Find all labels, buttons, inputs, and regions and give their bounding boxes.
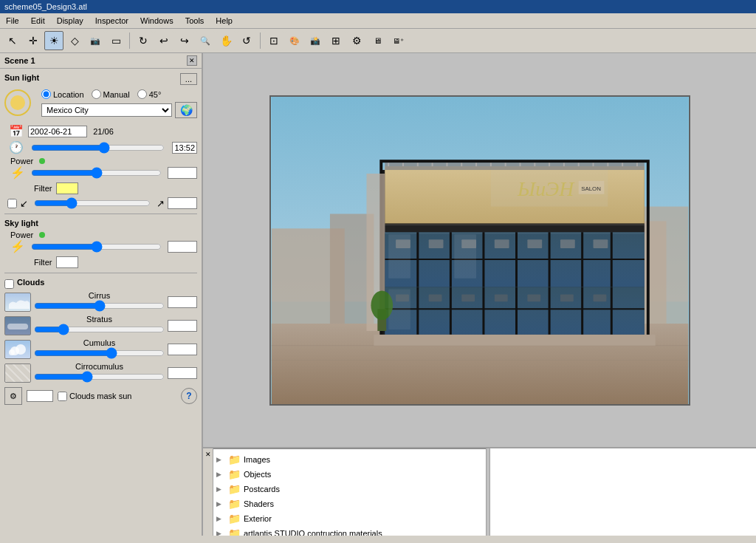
section-divider-2 — [4, 273, 197, 273]
svg-rect-76 — [388, 234, 410, 278]
cirrocumulus-value[interactable]: 40 — [168, 367, 197, 379]
rotation-slider[interactable] — [34, 197, 151, 209]
building-render-svg: ЫиЭН — [271, 97, 689, 404]
menu-tools[interactable]: Tools — [179, 15, 210, 27]
object-tool-btn[interactable]: ◇ — [65, 31, 84, 50]
svg-rect-52 — [593, 239, 608, 248]
frame-btn[interactable]: ⊡ — [264, 31, 284, 50]
tree-item-artlantis-studio[interactable]: ▶ 📁 artlantis STUDIO contruction materia… — [216, 526, 483, 536]
section-divider-1 — [4, 214, 197, 214]
cirrus-slider[interactable] — [34, 300, 165, 312]
menu-inspector[interactable]: Inspector — [89, 15, 134, 27]
snapshot-btn[interactable]: 📸 — [306, 31, 325, 50]
radio-45[interactable]: 45° — [137, 89, 162, 99]
menu-windows[interactable]: Windows — [134, 15, 179, 27]
cirrocumulus-slider[interactable] — [34, 371, 165, 383]
cumulus-slider[interactable] — [34, 347, 165, 359]
stratus-value[interactable]: 20 — [168, 320, 197, 332]
more-btn[interactable]: ... — [180, 73, 197, 85]
radio-manual[interactable]: Manual — [92, 89, 130, 99]
undo-btn[interactable]: ↩ — [154, 31, 173, 50]
bottom-value-input[interactable]: 0.00 — [27, 390, 53, 402]
stratus-label: Stratus — [34, 315, 165, 324]
expand-icon-exterior: ▶ — [216, 515, 225, 522]
time-slider[interactable] — [31, 142, 165, 154]
svg-rect-49 — [494, 239, 509, 248]
location-select[interactable]: Mexico CityNew YorkLondonParisTokyo — [41, 103, 172, 117]
expand-icon-shaders: ▶ — [216, 500, 225, 508]
menu-help[interactable]: Help — [210, 15, 238, 27]
world-map-btn[interactable]: 🌍 — [175, 102, 197, 118]
clouds-header: Clouds — [4, 278, 197, 290]
render-tool-btn[interactable]: ▭ — [106, 31, 126, 50]
bottom-close-btn[interactable]: ✕ — [203, 448, 213, 536]
view-btn[interactable]: 🖥 — [368, 31, 387, 50]
refresh-btn[interactable]: ↺ — [237, 31, 256, 50]
clouds-mask-label[interactable]: Clouds mask sun — [58, 392, 131, 401]
sun-filter-color[interactable] — [56, 182, 78, 194]
clouds-mask-checkbox[interactable] — [58, 392, 67, 401]
cirrus-value[interactable]: 50 — [168, 296, 197, 308]
add-view-btn[interactable]: 🖥⁺ — [388, 31, 408, 50]
svg-point-2 — [16, 344, 26, 355]
rotate-right-icon: ↗ — [157, 198, 165, 209]
clouds-label: Clouds — [17, 278, 44, 287]
view-area[interactable]: ЫиЭН — [203, 53, 756, 447]
location-row: Mexico CityNew YorkLondonParisTokyo 🌍 — [41, 102, 197, 118]
settings-btn[interactable]: ⚙ — [347, 31, 366, 50]
menu-file[interactable]: File — [0, 15, 25, 27]
cumulus-thumb — [4, 340, 31, 359]
redo-btn[interactable]: ↪ — [175, 31, 194, 50]
panel-close-btn[interactable]: ✕ — [187, 55, 197, 66]
cirrocumulus-thumb — [4, 363, 31, 383]
stratus-slider[interactable] — [34, 324, 165, 335]
right-area: ЫиЭН — [203, 53, 756, 536]
expand-icon-images: ▶ — [216, 456, 225, 463]
svg-point-3 — [9, 349, 15, 355]
select-tool-btn[interactable]: ✛ — [24, 31, 43, 50]
sky-power-slider[interactable] — [31, 241, 162, 253]
radio-location[interactable]: Location — [41, 89, 84, 99]
cirrocumulus-label: Cirrocumulus — [34, 362, 165, 371]
clouds-enable-checkbox[interactable] — [4, 279, 14, 289]
time-display: 13:52 — [172, 142, 197, 154]
help-btn[interactable]: ? — [181, 388, 197, 404]
tree-item-shaders[interactable]: ▶ 📁 Shaders — [216, 496, 483, 511]
color-btn[interactable]: 🎨 — [285, 31, 304, 50]
tree-item-objects[interactable]: ▶ 📁 Objects — [216, 467, 483, 482]
menu-edit[interactable]: Edit — [25, 15, 51, 27]
cumulus-value[interactable]: 60 — [168, 344, 197, 355]
zoom-btn[interactable]: 🔍 — [196, 31, 215, 50]
checkbox-label[interactable] — [7, 199, 17, 208]
toolbar: ↖ ✛ ☀ ◇ 📷 ▭ ↻ ↩ ↪ 🔍 ✋ ↺ ⊡ 🎨 📸 ⊞ ⚙ 🖥 🖥⁺ — [0, 29, 756, 53]
folder-icon-postcards: 📁 — [228, 483, 241, 495]
svg-text:ЫиЭН: ЫиЭН — [517, 177, 575, 199]
svg-rect-66 — [527, 294, 540, 301]
crop-btn[interactable]: ⊞ — [326, 31, 346, 50]
tree-item-exterior[interactable]: ▶ 📁 Exterior — [216, 511, 483, 526]
sun-power-value[interactable]: 0.00 — [168, 167, 197, 179]
right-bottom-panel — [490, 448, 757, 536]
svg-text:SALON: SALON — [581, 185, 601, 191]
sun-power-slider[interactable] — [31, 167, 162, 179]
camera-tool-btn[interactable]: 📷 — [86, 31, 105, 50]
orbit-tool-btn[interactable]: ↻ — [134, 31, 153, 50]
sky-power-label: Power — [10, 230, 33, 239]
rotation-value[interactable]: 22.00 — [168, 197, 197, 209]
menu-display[interactable]: Display — [51, 15, 89, 27]
rotation-checkbox[interactable] — [7, 199, 17, 208]
date-input[interactable] — [28, 126, 87, 137]
scene-settings-btn[interactable]: ⚙ — [4, 387, 22, 405]
tree-item-images[interactable]: ▶ 📁 Images — [216, 452, 483, 467]
sun-light-label: Sun light — [4, 73, 39, 82]
tree-item-postcards[interactable]: ▶ 📁 Postcards — [216, 482, 483, 496]
pan-btn[interactable]: ✋ — [216, 31, 236, 50]
cursor-tool-btn[interactable]: ↖ — [3, 31, 22, 50]
folder-icon-objects: 📁 — [228, 468, 241, 480]
sun-tool-btn[interactable]: ☀ — [44, 31, 63, 50]
svg-rect-64 — [461, 294, 475, 301]
cirrus-thumb — [4, 293, 31, 312]
sun-inner — [10, 95, 25, 110]
sky-filter-color[interactable] — [56, 256, 78, 268]
sky-power-value[interactable]: 0.00 — [168, 241, 197, 253]
